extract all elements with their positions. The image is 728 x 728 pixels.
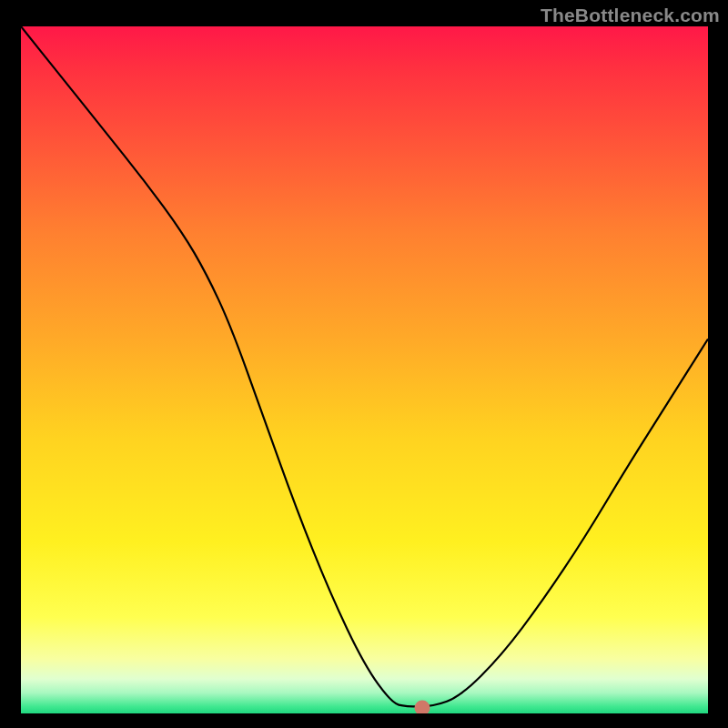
bottleneck-curve-path xyxy=(21,26,708,706)
bottleneck-chart xyxy=(20,25,709,714)
watermark-text: TheBottleneck.com xyxy=(541,5,720,26)
stage: TheBottleneck.com xyxy=(0,0,728,728)
optimal-point-marker xyxy=(414,700,430,714)
bottleneck-curve xyxy=(21,26,708,713)
